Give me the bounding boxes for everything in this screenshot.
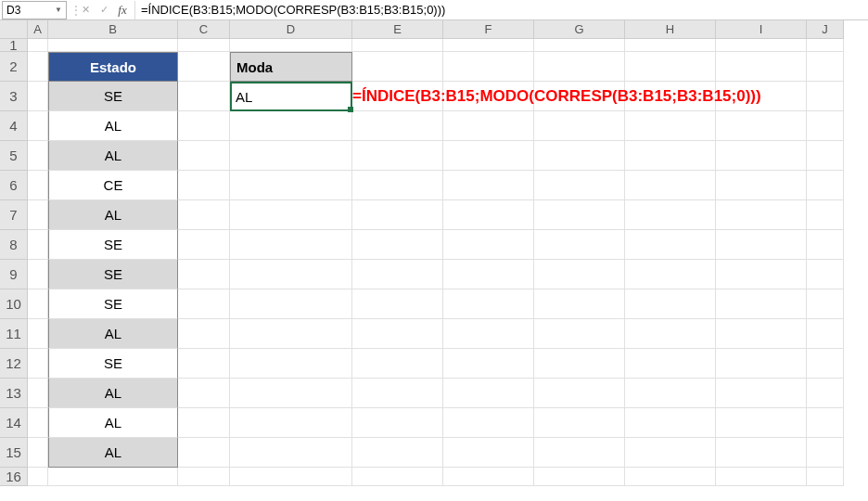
cell-E11[interactable]	[352, 319, 443, 349]
cell-H10[interactable]	[625, 289, 716, 319]
cell-G4[interactable]	[534, 111, 625, 141]
cell-I7[interactable]	[716, 200, 807, 230]
row-header-14[interactable]: 14	[0, 408, 28, 438]
cell-H14[interactable]	[625, 408, 716, 438]
cell-G7[interactable]	[534, 200, 625, 230]
cell-F11[interactable]	[443, 319, 534, 349]
name-box[interactable]: D3 ▼	[2, 1, 67, 19]
cell-B16[interactable]	[48, 468, 178, 486]
cell-A1[interactable]	[28, 39, 48, 52]
cell-J12[interactable]	[807, 349, 844, 379]
cell-B4[interactable]: AL	[48, 111, 178, 141]
cell-A14[interactable]	[28, 408, 48, 438]
cell-H7[interactable]	[625, 200, 716, 230]
cell-B1[interactable]	[48, 39, 178, 52]
cell-J9[interactable]	[807, 260, 844, 289]
row-header-9[interactable]: 9	[0, 260, 28, 289]
cell-E1[interactable]	[352, 39, 443, 52]
cell-C5[interactable]	[178, 141, 230, 171]
chevron-down-icon[interactable]: ▼	[55, 6, 62, 14]
cell-G13[interactable]	[534, 379, 625, 408]
cell-C8[interactable]	[178, 230, 230, 260]
cell-F14[interactable]	[443, 408, 534, 438]
cell-E14[interactable]	[352, 408, 443, 438]
cell-I9[interactable]	[716, 260, 807, 289]
cell-E5[interactable]	[352, 141, 443, 171]
cell-A15[interactable]	[28, 438, 48, 468]
cell-I1[interactable]	[716, 39, 807, 52]
cell-B8[interactable]: SE	[48, 230, 178, 260]
cell-B10[interactable]: SE	[48, 289, 178, 319]
row-header-6[interactable]: 6	[0, 171, 28, 200]
cell-E12[interactable]	[352, 349, 443, 379]
col-header-B[interactable]: B	[48, 20, 178, 39]
cell-C13[interactable]	[178, 379, 230, 408]
cell-E16[interactable]	[352, 468, 443, 486]
cell-I15[interactable]	[716, 438, 807, 468]
cell-H9[interactable]	[625, 260, 716, 289]
cell-H2[interactable]	[625, 52, 716, 82]
cell-A2[interactable]	[28, 52, 48, 82]
cell-F4[interactable]	[443, 111, 534, 141]
cell-D16[interactable]	[230, 468, 352, 486]
cell-F12[interactable]	[443, 349, 534, 379]
cell-I16[interactable]	[716, 468, 807, 486]
col-header-H[interactable]: H	[625, 20, 716, 39]
row-header-11[interactable]: 11	[0, 319, 28, 349]
cell-C4[interactable]	[178, 111, 230, 141]
cell-A16[interactable]	[28, 468, 48, 486]
cell-A8[interactable]	[28, 230, 48, 260]
cell-G16[interactable]	[534, 468, 625, 486]
cell-C14[interactable]	[178, 408, 230, 438]
cell-J4[interactable]	[807, 111, 844, 141]
cell-G2[interactable]	[534, 52, 625, 82]
cell-I12[interactable]	[716, 349, 807, 379]
cell-F2[interactable]	[443, 52, 534, 82]
cell-A9[interactable]	[28, 260, 48, 289]
cell-B12[interactable]: SE	[48, 349, 178, 379]
cell-H6[interactable]	[625, 171, 716, 200]
cell-C6[interactable]	[178, 171, 230, 200]
cell-J5[interactable]	[807, 141, 844, 171]
cell-J16[interactable]	[807, 468, 844, 486]
cell-C10[interactable]	[178, 289, 230, 319]
cell-H16[interactable]	[625, 468, 716, 486]
cell-G6[interactable]	[534, 171, 625, 200]
select-all-corner[interactable]	[0, 20, 28, 39]
cell-C15[interactable]	[178, 438, 230, 468]
row-header-7[interactable]: 7	[0, 200, 28, 230]
cell-F13[interactable]	[443, 379, 534, 408]
cell-J2[interactable]	[807, 52, 844, 82]
cell-F6[interactable]	[443, 171, 534, 200]
cell-J13[interactable]	[807, 379, 844, 408]
row-header-5[interactable]: 5	[0, 141, 28, 171]
cell-A4[interactable]	[28, 111, 48, 141]
cell-D14[interactable]	[230, 408, 352, 438]
col-header-F[interactable]: F	[443, 20, 534, 39]
cell-D2[interactable]: Moda	[230, 52, 352, 82]
cell-D13[interactable]	[230, 379, 352, 408]
cell-F1[interactable]	[443, 39, 534, 52]
cell-E10[interactable]	[352, 289, 443, 319]
col-header-C[interactable]: C	[178, 20, 230, 39]
cell-I14[interactable]	[716, 408, 807, 438]
cell-J15[interactable]	[807, 438, 844, 468]
row-header-3[interactable]: 3	[0, 82, 28, 111]
cell-I13[interactable]	[716, 379, 807, 408]
cell-H8[interactable]	[625, 230, 716, 260]
cell-E7[interactable]	[352, 200, 443, 230]
cell-G10[interactable]	[534, 289, 625, 319]
cell-F9[interactable]	[443, 260, 534, 289]
cell-H12[interactable]	[625, 349, 716, 379]
cell-A12[interactable]	[28, 349, 48, 379]
enter-icon[interactable]: ✓	[96, 2, 112, 19]
cell-J8[interactable]	[807, 230, 844, 260]
cell-A13[interactable]	[28, 379, 48, 408]
cell-B2[interactable]: Estado	[48, 52, 178, 82]
row-header-13[interactable]: 13	[0, 379, 28, 408]
cell-E4[interactable]	[352, 111, 443, 141]
cell-B7[interactable]: AL	[48, 200, 178, 230]
row-header-15[interactable]: 15	[0, 438, 28, 468]
cell-I8[interactable]	[716, 230, 807, 260]
cell-B15[interactable]: AL	[48, 438, 178, 468]
